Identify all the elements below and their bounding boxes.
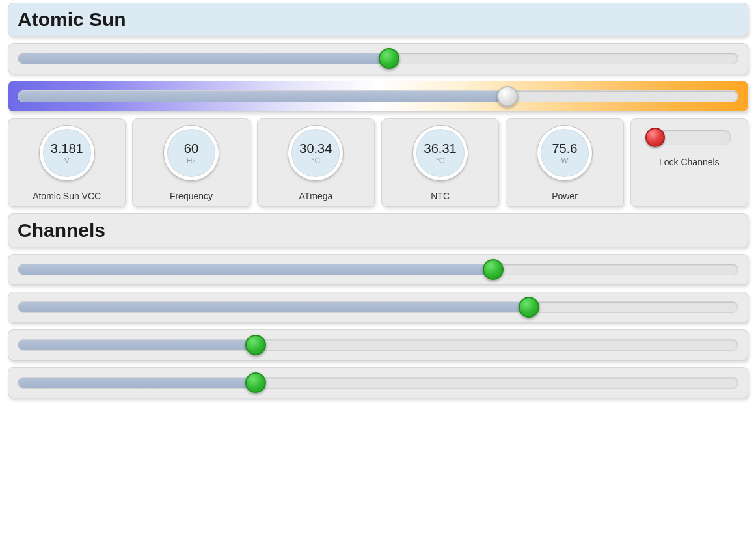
gauge-dial: 60Hz — [164, 126, 219, 180]
gauge-value: 30.34 — [299, 141, 332, 156]
channel-slider[interactable] — [18, 264, 738, 275]
channel-slider-fill — [18, 264, 493, 275]
gauge-label: ATmega — [299, 191, 332, 201]
color-temp-slider[interactable] — [18, 90, 738, 102]
gauge-unit: W — [561, 156, 568, 165]
lock-channels-toggle-knob[interactable] — [645, 128, 665, 147]
channel-slider-panel — [8, 367, 748, 398]
channel-slider-thumb[interactable] — [519, 297, 539, 318]
gauge-value: 75.6 — [552, 141, 578, 156]
channel-slider-fill — [18, 378, 256, 388]
gauge-value: 36.31 — [424, 141, 457, 156]
gauge-unit: Hz — [187, 156, 196, 165]
gauge-unit: °C — [312, 156, 320, 165]
channel-slider-thumb[interactable] — [483, 259, 504, 280]
gauge-label: Atomic Sun VCC — [33, 191, 101, 201]
color-temp-slider-panel — [8, 81, 748, 112]
lock-channels-toggle[interactable] — [647, 130, 731, 145]
section-header-atomic-sun: Atomic Sun — [8, 3, 748, 36]
section-title: Atomic Sun — [18, 8, 738, 31]
gauge-label: Frequency — [170, 191, 213, 201]
channel-slider-panel — [8, 292, 748, 323]
gauge-card: 3.181VAtomic Sun VCC — [8, 118, 126, 207]
section-title: Channels — [18, 219, 738, 241]
gauge-unit: °C — [436, 156, 444, 165]
gauge-value: 3.181 — [51, 141, 83, 156]
channel-slider-fill — [18, 302, 529, 312]
gauge-dial: 30.34°C — [288, 126, 343, 180]
gauge-label: Power — [552, 191, 578, 201]
channel-slider-panel — [8, 329, 748, 361]
gauge-card: 75.6WPower — [506, 118, 623, 207]
lock-channels-label: Lock Channels — [659, 157, 720, 167]
brightness-slider-panel — [8, 43, 748, 74]
brightness-slider-thumb[interactable] — [379, 48, 399, 69]
channel-slider-fill — [18, 340, 256, 350]
gauge-unit: V — [64, 156, 70, 165]
channel-slider-panel — [8, 254, 748, 285]
lock-channels-card: Lock Channels — [630, 118, 748, 207]
brightness-slider-fill — [18, 53, 389, 64]
gauge-card: 60HzFrequency — [132, 118, 250, 207]
color-temp-slider-fill — [18, 91, 507, 102]
channel-slider[interactable] — [18, 339, 738, 351]
gauge-label: NTC — [431, 191, 450, 201]
gauges-row: 3.181VAtomic Sun VCC60HzFrequency30.34°C… — [8, 118, 748, 207]
gauge-card: 36.31°CNTC — [381, 118, 499, 207]
gauge-dial: 75.6W — [537, 126, 592, 180]
gauge-dial: 36.31°C — [413, 126, 468, 180]
gauge-value: 60 — [184, 141, 198, 156]
channel-slider[interactable] — [18, 301, 738, 313]
gauge-card: 30.34°CATmega — [257, 118, 375, 207]
gauge-dial: 3.181V — [40, 126, 94, 180]
channel-slider[interactable] — [18, 377, 738, 389]
color-temp-slider-thumb[interactable] — [497, 86, 518, 107]
brightness-slider[interactable] — [18, 53, 738, 64]
channel-slider-thumb[interactable] — [245, 335, 266, 355]
channel-slider-thumb[interactable] — [245, 372, 266, 393]
section-header-channels: Channels — [8, 213, 748, 247]
